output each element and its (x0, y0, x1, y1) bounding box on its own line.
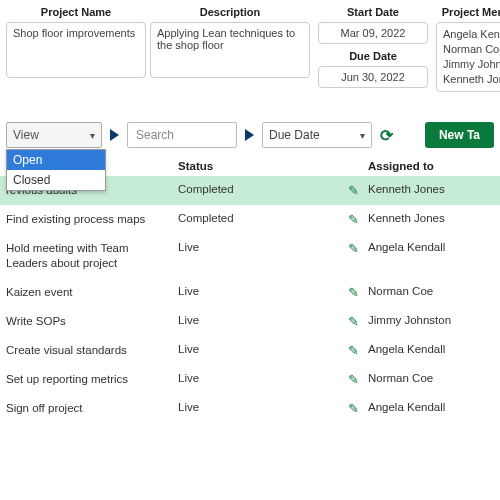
sort-select[interactable]: Due Date ▾ (262, 122, 372, 148)
table-row[interactable]: Set up reporting metricsLive✎Norman Coe (0, 365, 500, 394)
status-cell: Completed (178, 212, 348, 224)
start-date-label: Start Date (347, 4, 399, 22)
table-row[interactable]: Hold meeting with Team Leaders about pro… (0, 234, 500, 278)
member-item: Norman Coe (443, 42, 500, 57)
edit-cell[interactable]: ✎ (348, 212, 368, 227)
toolbar: View ▾ Open Closed Due Date ▾ ⟳ New Ta (0, 92, 500, 156)
view-select-label: View (13, 128, 39, 142)
pencil-icon: ✎ (348, 314, 359, 329)
due-date-label: Due Date (349, 48, 397, 66)
pencil-icon: ✎ (348, 343, 359, 358)
edit-cell[interactable]: ✎ (348, 285, 368, 300)
description-label: Description (150, 4, 310, 22)
chevron-down-icon: ▾ (90, 130, 95, 141)
members-box[interactable]: Angela Kend Norman Coe Jimmy Johns Kenne… (436, 22, 500, 92)
search-input[interactable] (127, 122, 237, 148)
edit-cell[interactable]: ✎ (348, 183, 368, 198)
play-icon[interactable] (110, 129, 119, 141)
member-item: Kenneth Jor (443, 72, 500, 87)
chevron-down-icon: ▾ (360, 130, 365, 141)
edit-cell[interactable]: ✎ (348, 372, 368, 387)
pencil-icon: ✎ (348, 372, 359, 387)
status-cell: Live (178, 314, 348, 326)
project-header: Project Name Shop floor improvements Des… (0, 0, 500, 92)
tasks-table: Status Assigned to revious auditsComplet… (0, 156, 500, 423)
project-name-value[interactable]: Shop floor improvements (6, 22, 146, 78)
status-cell: Live (178, 401, 348, 413)
assigned-cell: Kenneth Jones (368, 212, 494, 224)
pencil-icon: ✎ (348, 401, 359, 416)
assigned-cell: Kenneth Jones (368, 183, 494, 195)
task-cell: Sign off project (6, 401, 178, 416)
status-cell: Completed (178, 183, 348, 195)
task-cell: Create visual standards (6, 343, 178, 358)
new-task-button[interactable]: New Ta (425, 122, 494, 148)
members-label: Project Meml (436, 4, 500, 22)
col-header-status: Status (178, 160, 348, 172)
status-cell: Live (178, 372, 348, 384)
view-dropdown: Open Closed (6, 149, 106, 191)
task-cell: Set up reporting metrics (6, 372, 178, 387)
project-name-section: Project Name Shop floor improvements (6, 4, 146, 92)
assigned-cell: Norman Coe (368, 285, 494, 297)
task-cell: Kaizen event (6, 285, 178, 300)
edit-cell[interactable]: ✎ (348, 241, 368, 256)
edit-cell[interactable]: ✎ (348, 343, 368, 358)
assigned-cell: Angela Kendall (368, 241, 494, 253)
description-section: Description Applying Lean techniques to … (150, 4, 310, 92)
view-option-open[interactable]: Open (7, 150, 105, 170)
assigned-cell: Angela Kendall (368, 401, 494, 413)
table-row[interactable]: Sign off projectLive✎Angela Kendall (0, 394, 500, 423)
members-section: Project Meml Angela Kend Norman Coe Jimm… (436, 4, 500, 92)
task-cell: Find existing process maps (6, 212, 178, 227)
project-name-label: Project Name (6, 4, 146, 22)
assigned-cell: Jimmy Johnston (368, 314, 494, 326)
status-cell: Live (178, 343, 348, 355)
play-icon[interactable] (245, 129, 254, 141)
task-cell: Write SOPs (6, 314, 178, 329)
pencil-icon: ✎ (348, 212, 359, 227)
pencil-icon: ✎ (348, 241, 359, 256)
assigned-cell: Norman Coe (368, 372, 494, 384)
assigned-cell: Angela Kendall (368, 343, 494, 355)
member-item: Angela Kend (443, 27, 500, 42)
edit-cell[interactable]: ✎ (348, 314, 368, 329)
refresh-icon[interactable]: ⟳ (380, 126, 393, 145)
status-cell: Live (178, 241, 348, 253)
view-option-closed[interactable]: Closed (7, 170, 105, 190)
col-header-edit (348, 160, 368, 172)
pencil-icon: ✎ (348, 285, 359, 300)
edit-cell[interactable]: ✎ (348, 401, 368, 416)
status-cell: Live (178, 285, 348, 297)
table-row[interactable]: Create visual standardsLive✎Angela Kenda… (0, 336, 500, 365)
dates-section: Start Date Mar 09, 2022 Due Date Jun 30,… (314, 4, 432, 92)
pencil-icon: ✎ (348, 183, 359, 198)
table-row[interactable]: Find existing process mapsCompleted✎Kenn… (0, 205, 500, 234)
task-cell: Hold meeting with Team Leaders about pro… (6, 241, 178, 271)
description-value[interactable]: Applying Lean techniques to the shop flo… (150, 22, 310, 78)
sort-select-label: Due Date (269, 128, 320, 142)
table-row[interactable]: Kaizen eventLive✎Norman Coe (0, 278, 500, 307)
member-item: Jimmy Johns (443, 57, 500, 72)
start-date-value[interactable]: Mar 09, 2022 (318, 22, 428, 44)
table-row[interactable]: Write SOPsLive✎Jimmy Johnston (0, 307, 500, 336)
due-date-value[interactable]: Jun 30, 2022 (318, 66, 428, 88)
col-header-assigned: Assigned to (368, 160, 494, 172)
view-select[interactable]: View ▾ Open Closed (6, 122, 102, 148)
